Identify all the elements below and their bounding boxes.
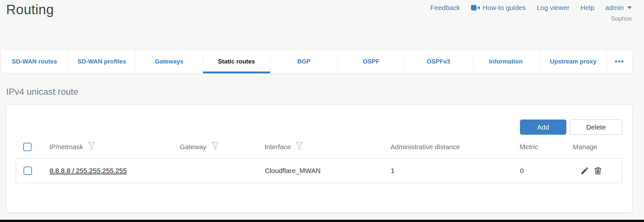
user-menu-label: admin — [605, 4, 624, 12]
row-checkbox[interactable] — [24, 167, 32, 175]
caret-down-icon — [627, 6, 632, 9]
edit-icon[interactable] — [580, 166, 589, 175]
ip-netmask-cell: 8.8.8.8 / 255.255.255.255 — [50, 167, 180, 175]
howto-guides-link[interactable]: How-to guides — [471, 4, 526, 12]
row-checkbox-cell — [16, 167, 50, 175]
select-all-checkbox[interactable] — [23, 143, 32, 151]
tab-ospf[interactable]: OSPF — [338, 50, 405, 73]
tab-ospfv3[interactable]: OSPFv3 — [405, 50, 472, 73]
route-link[interactable]: 8.8.8.8 / 255.255.255.255 — [50, 167, 127, 174]
tab-sdwan-routes[interactable]: SD-WAN routes — [1, 50, 68, 73]
interface-label: Interface — [264, 143, 291, 151]
howto-guides-label: How-to guides — [483, 4, 526, 12]
page-header: Routing Feedback How-to guides Log viewe… — [0, 0, 644, 49]
feedback-link[interactable]: Feedback — [430, 4, 460, 12]
user-menu[interactable]: admin — [605, 4, 632, 12]
tab-sdwan-profiles[interactable]: SD-WAN profiles — [68, 50, 136, 73]
delete-icon[interactable] — [593, 166, 602, 175]
table-toolbar: Add Delete — [16, 120, 622, 135]
routing-tabbar: SD-WAN routes SD-WAN profiles Gateways S… — [1, 50, 632, 73]
tab-information[interactable]: Information — [472, 50, 540, 73]
tab-upstream-proxy[interactable]: Upstream proxy — [540, 50, 607, 73]
delete-button[interactable]: Delete — [570, 120, 622, 135]
more-tabs-button[interactable]: ••• — [607, 50, 632, 73]
column-header-manage: Manage — [573, 143, 622, 151]
admin-distance-cell: 1 — [391, 167, 520, 175]
top-navigation: Feedback How-to guides Log viewer Help a… — [430, 4, 632, 12]
column-header-ip-netmask: IP/netmask — [49, 142, 180, 152]
log-viewer-link[interactable]: Log viewer — [537, 4, 570, 12]
tab-static-routes[interactable]: Static routes — [203, 50, 270, 73]
section-title: IPv4 unicast route — [6, 87, 78, 97]
add-button[interactable]: Add — [520, 120, 566, 135]
column-header-gateway: Gateway — [180, 142, 264, 152]
table-row: 8.8.8.8 / 255.255.255.255 Cloudflare_MWA… — [16, 158, 622, 183]
table-header-row: IP/netmask Gateway Interface Administrat… — [16, 139, 622, 155]
ip-netmask-label: IP/netmask — [49, 143, 83, 151]
tab-gateways[interactable]: Gateways — [136, 50, 203, 73]
gateway-label: Gateway — [180, 143, 207, 151]
filter-icon[interactable] — [296, 142, 303, 152]
bottom-bar — [0, 220, 644, 222]
column-header-metric: Metric — [520, 143, 573, 151]
admin-distance-label: Administrative distance — [390, 143, 460, 151]
column-header-interface: Interface — [264, 142, 390, 152]
tab-bgp[interactable]: BGP — [270, 50, 338, 73]
video-camera-icon — [471, 5, 480, 11]
metric-label: Metric — [520, 143, 538, 151]
help-link[interactable]: Help — [581, 4, 594, 12]
metric-cell: 0 — [520, 167, 573, 175]
page-title: Routing — [6, 2, 54, 17]
filter-icon[interactable] — [211, 142, 219, 152]
ipv4-unicast-route-panel: Add Delete IP/netmask Gateway Interface … — [6, 104, 632, 213]
header-checkbox-cell — [16, 143, 49, 151]
filter-icon[interactable] — [88, 142, 95, 152]
brand-label: Sophos — [611, 15, 632, 22]
manage-cell — [573, 166, 622, 175]
column-header-admin-distance: Administrative distance — [390, 143, 520, 151]
interface-cell: Cloudflare_MWAN — [265, 167, 391, 175]
manage-label: Manage — [573, 143, 597, 151]
